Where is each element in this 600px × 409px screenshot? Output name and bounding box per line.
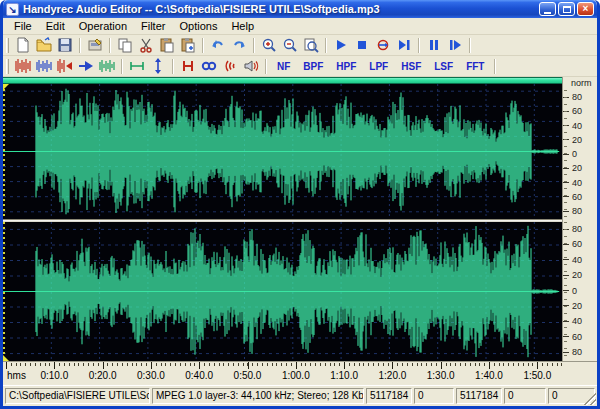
left-marker-strip-2 — [3, 222, 5, 361]
play-button[interactable] — [331, 36, 351, 54]
ruler-time-label: 0:50.0 — [234, 370, 262, 381]
fit-vertical-button[interactable] — [148, 57, 168, 75]
scale-label: 20 — [563, 163, 597, 173]
save-icon — [57, 37, 73, 53]
time-unit-label: hms — [7, 370, 26, 381]
maximize-button[interactable] — [558, 2, 575, 16]
ruler-time-label: 1:50.0 — [523, 370, 551, 381]
menu-options[interactable]: Options — [172, 19, 224, 33]
stop-icon — [354, 37, 370, 53]
paste-icon — [159, 37, 175, 53]
ruler-time-label: 0:40.0 — [185, 370, 213, 381]
close-button[interactable]: × — [577, 2, 594, 16]
waveform-left-channel[interactable] — [3, 84, 562, 219]
redo-button[interactable] — [229, 36, 249, 54]
filter-fft-button[interactable]: FFT — [460, 57, 490, 75]
toolbar-grip-2[interactable] — [6, 59, 9, 74]
copy-button[interactable] — [115, 36, 135, 54]
fit-horizontal-button[interactable] — [127, 57, 147, 75]
ruler-major-tick — [537, 362, 538, 369]
goto-end-button[interactable] — [394, 36, 414, 54]
position-marker-bottom[interactable] — [3, 355, 9, 361]
ruler-major-tick — [344, 362, 345, 369]
step-play-icon — [447, 37, 463, 53]
waveform-right-channel[interactable] — [3, 222, 562, 361]
position-marker-top[interactable] — [3, 84, 9, 90]
ruler-time-label: 0:30.0 — [137, 370, 165, 381]
overview-bar[interactable] — [3, 77, 562, 84]
speaker-button[interactable] — [241, 57, 261, 75]
fade-arrow-icon — [77, 58, 95, 74]
filter-lsf-button[interactable]: LSF — [428, 57, 459, 75]
fade-arrow-button[interactable] — [76, 57, 96, 75]
stop-button[interactable] — [352, 36, 372, 54]
scale-left-channel: 80604020020406080 — [563, 88, 597, 220]
cut-button[interactable] — [136, 36, 156, 54]
zoom-all-button[interactable] — [301, 36, 321, 54]
wave-blue-button[interactable] — [34, 57, 54, 75]
filter-lpf-button[interactable]: LPF — [363, 57, 394, 75]
wave-green-button[interactable] — [97, 57, 117, 75]
sound-waves-button[interactable] — [220, 57, 240, 75]
filter-hpf-button[interactable]: HPF — [330, 57, 362, 75]
time-ruler[interactable]: 0:10.00:20.00:30.00:40.00:50.01:00.01:10… — [3, 361, 597, 385]
wave-red-button[interactable] — [13, 57, 33, 75]
app-icon[interactable]: ↘ — [6, 3, 19, 16]
menu-help[interactable]: Help — [224, 19, 261, 33]
status-format-info: MPEG 1.0 layer-3: 44,100 kHz; Stereo; 12… — [152, 388, 364, 404]
resize-grip[interactable] — [584, 393, 596, 405]
status-cursor-pos: 0 — [504, 388, 546, 404]
menu-file[interactable]: File — [7, 19, 39, 33]
loop-button[interactable] — [373, 36, 393, 54]
open-file-button[interactable] — [34, 36, 54, 54]
paste-button[interactable] — [157, 36, 177, 54]
filter-bpf-button[interactable]: BPF — [297, 57, 329, 75]
menu-filter[interactable]: Filter — [134, 19, 172, 33]
ruler-major-tick — [151, 362, 152, 369]
scale-label: 20 — [563, 301, 597, 311]
undo-icon — [210, 37, 226, 53]
minimize-button[interactable] — [539, 2, 556, 16]
ruler-major-tick — [199, 362, 200, 369]
scale-label: 80 — [563, 92, 597, 102]
undo-button[interactable] — [208, 36, 228, 54]
close-icon: × — [583, 4, 589, 14]
stretch-button[interactable] — [178, 57, 198, 75]
sound-waves-icon — [221, 58, 239, 74]
save-file-button[interactable] — [55, 36, 75, 54]
ruler-time-label: 1:20.0 — [378, 370, 406, 381]
zoom-in-button[interactable] — [259, 36, 279, 54]
ruler-time-label: 1:40.0 — [475, 370, 503, 381]
pause-button[interactable] — [424, 36, 444, 54]
scale-label: 40 — [563, 316, 597, 326]
record-properties-icon — [87, 37, 103, 53]
new-file-button[interactable] — [13, 36, 33, 54]
open-folder-icon — [36, 37, 52, 53]
copy-icon — [117, 37, 133, 53]
fit-vertical-icon — [150, 58, 166, 74]
status-sel-start: 0 — [414, 388, 454, 404]
menu-edit[interactable]: Edit — [39, 19, 72, 33]
filter-nf-button[interactable]: NF — [271, 57, 296, 75]
step-play-button[interactable] — [445, 36, 465, 54]
ruler-major-tick — [103, 362, 104, 369]
paste-new-button[interactable] — [178, 36, 198, 54]
scale-label: 80 — [563, 347, 597, 357]
ruler-time-label: 0:20.0 — [89, 370, 117, 381]
scale-label: 40 — [563, 121, 597, 131]
norm-label: norm — [563, 77, 597, 88]
record-properties-button[interactable] — [85, 36, 105, 54]
effects-toolbar: NF BPF HPF LPF HSF LSF FFT — [3, 56, 597, 77]
scale-label: 40 — [563, 255, 597, 265]
infinity-loop-button[interactable] — [199, 57, 219, 75]
menu-operation[interactable]: Operation — [72, 19, 134, 33]
toolbar-grip[interactable] — [6, 38, 9, 53]
filter-hsf-button[interactable]: HSF — [395, 57, 427, 75]
scale-label: 0 — [563, 149, 597, 159]
title-bar[interactable]: ↘ Handyrec Audio Editor -- C:\Softpedia\… — [3, 0, 597, 18]
wave-shrink-button[interactable] — [55, 57, 75, 75]
main-toolbar — [3, 35, 597, 56]
status-sel-end: 5117184 — [456, 388, 502, 404]
fit-horizontal-icon — [128, 58, 146, 74]
zoom-out-button[interactable] — [280, 36, 300, 54]
